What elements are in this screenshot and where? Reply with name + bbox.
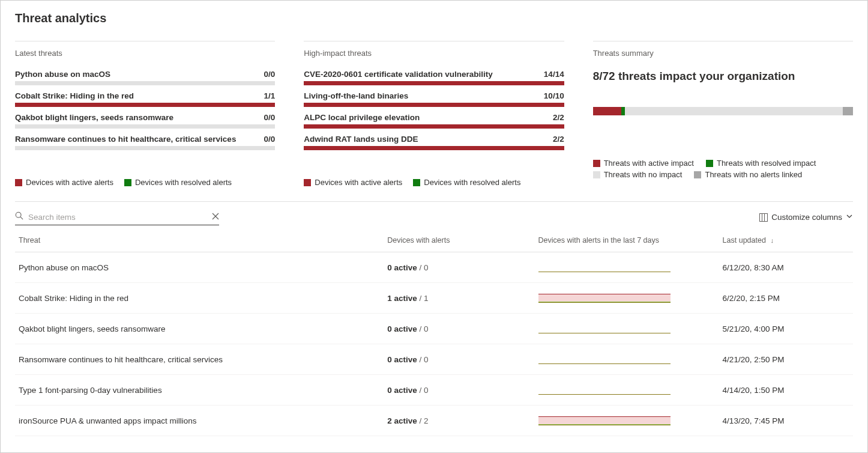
cell-devices-alerts: 0 active / 0 xyxy=(384,375,534,406)
cell-threat-name: Python abuse on macOS xyxy=(15,252,384,283)
legend-label: Devices with resolved alerts xyxy=(424,178,520,187)
legend-label: Threats with resolved impact xyxy=(717,159,816,168)
threat-name: Qakbot blight lingers, seeds ransomware xyxy=(15,113,173,122)
cell-threat-name: Ransomware continues to hit healthcare, … xyxy=(15,344,384,375)
threat-item[interactable]: CVE-2020-0601 certificate validation vul… xyxy=(304,70,564,85)
table-row[interactable]: Cobalt Strike: Hiding in the red1 active… xyxy=(15,283,853,314)
columns-icon xyxy=(759,213,768,222)
col-header-threat[interactable]: Threat xyxy=(15,230,384,252)
threat-item[interactable]: Qakbot blight lingers, seeds ransomware0… xyxy=(15,113,275,129)
threat-name: Python abuse on macOS xyxy=(15,70,110,79)
col-header-devices-7d[interactable]: Devices with alerts in the last 7 days xyxy=(535,230,719,252)
threat-item[interactable]: Python abuse on macOS0/0 xyxy=(15,70,275,85)
legend-label: Devices with resolved alerts xyxy=(135,178,232,187)
summary-headline: 8/72 threats impact your organization xyxy=(593,70,853,83)
threat-bar xyxy=(15,103,275,107)
cell-devices-alerts: 2 active / 2 xyxy=(384,406,534,436)
threats-table: Threat Devices with alerts Devices with … xyxy=(15,230,853,436)
cell-last-updated: 4/21/20, 2:50 PM xyxy=(719,344,853,375)
sort-descending-icon: ↓ xyxy=(770,237,774,244)
table-row[interactable]: Type 1 font-parsing 0-day vulnerabilitie… xyxy=(15,375,853,406)
threat-name: Living-off-the-land binaries xyxy=(304,91,408,100)
threat-item[interactable]: ALPC local privilege elevation2/2 xyxy=(304,113,564,129)
threat-name: ALPC local privilege elevation xyxy=(304,113,420,122)
legend-swatch-icon xyxy=(706,160,713,167)
cell-active-count: 2 active xyxy=(387,416,417,425)
sparkline xyxy=(538,262,671,273)
col-header-last-updated[interactable]: Last updated ↓ xyxy=(719,230,853,252)
table-row[interactable]: Python abuse on macOS0 active / 06/12/20… xyxy=(15,252,853,283)
legend-label: Threats with active impact xyxy=(604,159,694,168)
legend-latest: Devices with active alerts Devices with … xyxy=(15,178,275,187)
cell-active-count: 0 active xyxy=(387,324,417,333)
page-title: Threat analytics xyxy=(15,11,853,25)
threat-name: CVE-2020-0601 certificate validation vul… xyxy=(304,70,492,79)
customize-columns-label: Customize columns xyxy=(771,213,842,222)
cell-total-count: / 0 xyxy=(417,355,429,364)
cell-sparkline xyxy=(535,314,719,344)
customize-columns-button[interactable]: Customize columns xyxy=(759,213,853,222)
summary-seg-noimpact xyxy=(625,107,843,115)
clear-search-icon[interactable] xyxy=(212,211,219,222)
threat-bar-fill xyxy=(304,103,564,107)
legend-swatch-icon xyxy=(593,171,600,178)
threat-ratio: 0/0 xyxy=(264,113,276,122)
cell-active-count: 0 active xyxy=(387,355,417,364)
threat-bar xyxy=(15,81,275,85)
threat-item[interactable]: Living-off-the-land binaries10/10 xyxy=(304,91,564,107)
panel-title: Latest threats xyxy=(15,49,275,58)
cell-devices-alerts: 0 active / 0 xyxy=(384,344,534,375)
summary-bar xyxy=(593,107,853,115)
panel-latest-threats: Latest threats Python abuse on macOS0/0C… xyxy=(15,41,275,187)
table-row[interactable]: ironSource PUA & unwanted apps impact mi… xyxy=(15,406,853,436)
threat-item[interactable]: Cobalt Strike: Hiding in the red1/1 xyxy=(15,91,275,107)
panel-threats-summary: Threats summary 8/72 threats impact your… xyxy=(593,41,853,187)
cell-total-count: / 1 xyxy=(417,294,429,303)
cell-devices-alerts: 1 active / 1 xyxy=(384,283,534,314)
threat-ratio: 0/0 xyxy=(264,135,276,144)
col-header-devices-alerts[interactable]: Devices with alerts xyxy=(384,230,534,252)
threat-ratio: 14/14 xyxy=(544,70,564,79)
threat-bar-fill xyxy=(304,81,564,85)
table-row[interactable]: Ransomware continues to hit healthcare, … xyxy=(15,344,853,375)
cell-last-updated: 6/12/20, 8:30 AM xyxy=(719,252,853,283)
sparkline xyxy=(538,323,671,334)
cell-devices-alerts: 0 active / 0 xyxy=(384,252,534,283)
threat-bar xyxy=(304,103,564,107)
cell-last-updated: 4/14/20, 1:50 PM xyxy=(719,375,853,406)
search-input[interactable] xyxy=(28,213,207,222)
sparkline xyxy=(538,293,671,303)
search-input-wrapper[interactable] xyxy=(15,209,219,225)
sparkline xyxy=(538,354,671,365)
threat-bar-fill xyxy=(304,124,564,129)
cell-total-count: / 0 xyxy=(417,386,429,395)
legend-swatch-icon xyxy=(694,171,701,178)
threat-item[interactable]: Ransomware continues to hit healthcare, … xyxy=(15,135,275,150)
legend-swatch-active-icon xyxy=(15,179,22,186)
sparkline xyxy=(538,385,671,395)
cell-total-count: / 2 xyxy=(417,416,429,425)
summary-seg-noalerts xyxy=(843,107,853,115)
cell-sparkline xyxy=(535,283,719,314)
cell-threat-name: Cobalt Strike: Hiding in the red xyxy=(15,283,384,314)
panel-title: High-impact threats xyxy=(304,49,564,58)
table-row[interactable]: Qakbot blight lingers, seeds ransomware0… xyxy=(15,314,853,344)
threat-ratio: 1/1 xyxy=(264,91,276,100)
threat-item[interactable]: Adwind RAT lands using DDE2/2 xyxy=(304,135,564,150)
cell-sparkline xyxy=(535,344,719,375)
threat-bar xyxy=(304,124,564,129)
panel-high-impact-threats: High-impact threats CVE-2020-0601 certif… xyxy=(304,41,564,187)
legend-high-impact: Devices with active alerts Devices with … xyxy=(304,178,564,187)
threat-ratio: 0/0 xyxy=(264,70,276,79)
threat-bar xyxy=(15,124,275,129)
threat-ratio: 10/10 xyxy=(544,91,564,100)
threat-bar-fill xyxy=(15,103,275,107)
svg-point-0 xyxy=(16,212,21,217)
search-icon xyxy=(15,211,23,222)
cell-total-count: / 0 xyxy=(417,324,429,333)
legend-label: Devices with active alerts xyxy=(315,178,402,187)
threat-name: Cobalt Strike: Hiding in the red xyxy=(15,91,134,100)
svg-line-1 xyxy=(20,217,23,219)
cell-threat-name: Type 1 font-parsing 0-day vulnerabilitie… xyxy=(15,375,384,406)
legend-summary: Threats with active impact Threats with … xyxy=(593,159,853,179)
